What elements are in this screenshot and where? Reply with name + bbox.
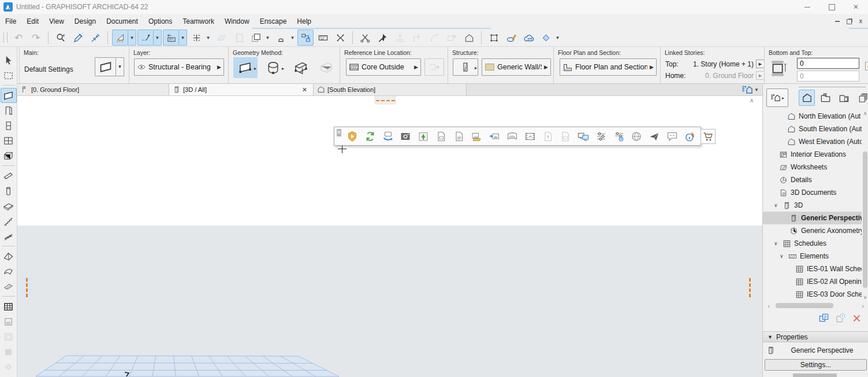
tool-lamp[interactable] — [1, 359, 17, 374]
geometry-straight-wall-button[interactable]: ▸ — [233, 57, 258, 78]
render-video-button[interactable] — [523, 129, 538, 144]
general-settings-button[interactable] — [594, 129, 609, 144]
solid-operations-button[interactable] — [461, 29, 477, 46]
tab-3[interactable]: [South Elevation] — [314, 84, 467, 95]
tab-2[interactable]: [3D / All]✕ — [169, 84, 314, 95]
navigator-tab-layout-book[interactable] — [836, 90, 852, 106]
menu-teamwork[interactable]: Teamwork — [177, 14, 219, 29]
menu-enscape[interactable]: Enscape — [255, 14, 292, 29]
navigator-tab-publisher-sets[interactable] — [854, 90, 868, 106]
structure-type-button[interactable]: ▸ — [453, 58, 478, 76]
navigator-tab-project-map[interactable] — [799, 90, 815, 106]
undo-button[interactable]: ↶ — [10, 29, 27, 46]
right-elevation-marker[interactable] — [744, 276, 755, 298]
export-standalone-button[interactable] — [434, 129, 449, 144]
asset-library-button[interactable] — [416, 129, 431, 144]
scroll-right-arrow[interactable]: › — [859, 302, 866, 309]
snap-grid-button[interactable] — [188, 29, 204, 46]
coordinate-input-dropdown[interactable]: ▼ — [179, 29, 187, 46]
menu-help[interactable]: Help — [292, 14, 316, 29]
floorplan-display-selector[interactable]: Floor Plan and Section... ▶ — [560, 58, 657, 76]
flip-reference-button[interactable] — [424, 58, 444, 76]
building-material-selector[interactable]: Generic Wall/S... ▶ — [482, 58, 551, 76]
project-chooser-button[interactable]: ▸ — [766, 88, 788, 107]
gravity-button[interactable] — [273, 29, 289, 46]
trim-button[interactable] — [357, 29, 373, 46]
screenshot-button[interactable] — [398, 129, 413, 144]
palette-dock-chip[interactable] — [374, 96, 396, 105]
mdi-restore-button[interactable] — [847, 19, 852, 24]
virtual-trace-button[interactable] — [248, 29, 264, 46]
navigator-tab-view-map[interactable] — [817, 90, 833, 106]
redo-button[interactable]: ↷ — [28, 29, 44, 46]
toolbar-grip[interactable] — [3, 32, 8, 43]
virtual-trace-dropdown[interactable]: ▼ — [264, 29, 271, 46]
renovation-filter-button[interactable] — [538, 29, 554, 46]
enscape-toolbar-close-button[interactable]: ✕ — [337, 129, 341, 136]
layer-selector[interactable]: Structural - Bearing ▶ — [134, 58, 224, 76]
tool-roof[interactable] — [1, 249, 17, 264]
geometry-polygon-wall-button[interactable] — [314, 57, 338, 78]
web-standalone-button[interactable] — [629, 129, 644, 144]
horizontal-scroll-thumb[interactable] — [776, 303, 833, 308]
intersect-button[interactable] — [409, 29, 425, 46]
tree-item-west-elevation-auto[interactable]: West Elevation (Auto — [763, 135, 862, 148]
tool-morph[interactable] — [1, 299, 17, 314]
tool-column[interactable] — [1, 183, 17, 198]
tab-close-icon[interactable]: ✕ — [300, 86, 310, 94]
render-image-button[interactable] — [487, 129, 502, 144]
expander-chevron-icon[interactable]: ∨ — [780, 253, 784, 259]
reference-line-selector[interactable]: Core Outside ▶ — [346, 58, 421, 76]
tree-item-elements[interactable]: ∨Elements — [763, 250, 862, 263]
send-project-button[interactable] — [647, 129, 662, 144]
about-enscape-button[interactable] — [683, 129, 698, 144]
trace-reference-button[interactable] — [213, 29, 229, 46]
minimize-button[interactable] — [795, 0, 819, 14]
parameter-transfer-button[interactable] — [297, 29, 314, 46]
mdi-close-button[interactable]: x — [859, 19, 862, 24]
menu-window[interactable]: Window — [219, 14, 255, 29]
bottom-top-more-button[interactable]: ▶ — [865, 62, 868, 71]
scroll-left-arrow[interactable]: ‹ — [765, 302, 772, 309]
tool-skylight[interactable] — [1, 279, 17, 294]
expander-chevron-icon[interactable]: ∨ — [774, 241, 778, 246]
delete-item-button[interactable] — [852, 313, 862, 323]
tree-item-south-elevation-aut[interactable]: South Elevation (Aut — [763, 123, 862, 135]
menu-options[interactable]: Options — [143, 14, 177, 29]
geometry-curved-wall-button[interactable]: ▸ — [261, 57, 285, 78]
tool-wall[interactable] — [1, 88, 17, 103]
tree-item-ies-02-all-opening[interactable]: IES-02 All Opening — [763, 275, 862, 288]
tree-item-ies-01-wall-schedu[interactable]: IES-01 Wall Schedu — [763, 263, 862, 275]
tree-item-generic-axonometry[interactable]: Generic Axonometry — [763, 224, 862, 237]
popup-navigator-icon[interactable] — [742, 84, 753, 95]
bimcloud-button[interactable] — [520, 29, 537, 46]
vertical-scroll-thumb[interactable] — [863, 151, 867, 288]
top-offset-input[interactable] — [797, 58, 859, 69]
tree-item-details[interactable]: Details — [763, 173, 862, 186]
popup-navigator-dropdown[interactable]: ▼ — [754, 87, 759, 93]
collapse-tabbar-chevron[interactable]: ∧ — [750, 97, 754, 104]
home-story-dropdown[interactable]: ▶ — [756, 71, 765, 80]
coordinate-input-button[interactable]: XY: — [163, 29, 179, 46]
tool-stair[interactable] — [1, 213, 17, 228]
default-settings-label[interactable]: Default Settings — [24, 65, 73, 73]
tool-door[interactable] — [1, 103, 17, 118]
tool-slab[interactable] — [1, 198, 17, 213]
tree-item-schedules[interactable]: ∨Schedules — [763, 237, 862, 250]
pick-up-parameters-button[interactable] — [70, 29, 86, 46]
tool-zone[interactable] — [1, 314, 17, 329]
snap-guides-dropdown[interactable]: ▼ — [154, 29, 162, 46]
tool-railing[interactable] — [1, 228, 17, 243]
edit-selection-set-button[interactable] — [486, 29, 502, 46]
sketch-render-button[interactable] — [503, 29, 519, 46]
inject-parameters-button[interactable] — [87, 29, 103, 46]
view-settings-button[interactable] — [818, 313, 829, 324]
tree-vertical-scrollbar[interactable]: ∧ ∨ — [862, 110, 868, 301]
tool-stair-alt[interactable] — [1, 374, 17, 377]
wall-settings-dropdown[interactable]: ▼ — [116, 57, 124, 76]
marquee-options-button[interactable] — [332, 29, 348, 46]
mdi-minimize-button[interactable] — [835, 21, 840, 22]
tool-mesh[interactable] — [1, 344, 17, 359]
settings-button[interactable]: Settings... — [765, 359, 867, 371]
guide-lines-dropdown[interactable]: ▼ — [128, 29, 136, 46]
